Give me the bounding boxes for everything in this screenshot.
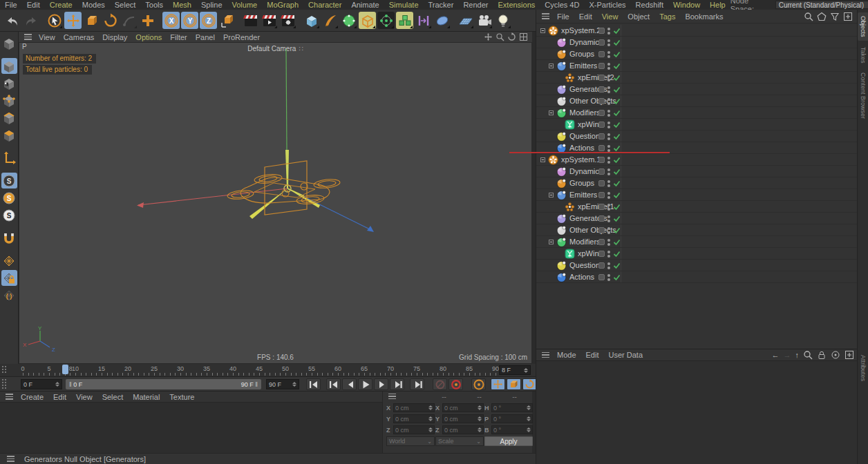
enabled-check-icon[interactable] <box>613 86 621 93</box>
enabled-check-icon[interactable] <box>613 133 621 140</box>
world-dropdown[interactable]: World⌄ <box>386 436 435 446</box>
enabled-check-icon[interactable] <box>613 192 621 199</box>
search-icon[interactable] <box>803 350 813 360</box>
render-view-button[interactable] <box>242 12 259 29</box>
material-menu-view[interactable]: View <box>71 393 97 401</box>
goto-end-button[interactable] <box>410 378 424 390</box>
menu-edit[interactable]: Edit <box>22 1 45 9</box>
enabled-check-icon[interactable] <box>613 122 621 128</box>
visibility-dots[interactable] <box>607 168 610 175</box>
coord-field-x[interactable]: 0 cm <box>442 403 484 412</box>
visibility-dots[interactable] <box>607 215 610 222</box>
object-label[interactable]: Groups <box>569 50 594 58</box>
coord-field-y[interactable]: 0 cm <box>442 414 484 423</box>
enabled-check-icon[interactable] <box>613 239 621 246</box>
enabled-check-icon[interactable] <box>613 39 621 46</box>
snap-orange-button[interactable]: S <box>1 190 17 206</box>
record-disabled-button[interactable] <box>433 378 447 390</box>
tree-row-actions[interactable]: Actions <box>536 271 858 283</box>
emitter-object-icon[interactable] <box>565 202 575 212</box>
spline-pen-button[interactable] <box>321 12 339 29</box>
viewport-menu-cameras[interactable]: Cameras <box>59 33 99 41</box>
scale-dropdown[interactable]: Scale⌄ <box>435 436 484 446</box>
panel-tab-takes[interactable]: Takes <box>858 44 868 67</box>
enabled-check-icon[interactable] <box>613 180 621 187</box>
menu-create[interactable]: Create <box>45 1 77 9</box>
layer-toggle[interactable] <box>598 28 605 34</box>
layer-toggle[interactable] <box>598 204 605 210</box>
point-mode-button[interactable] <box>1 93 17 108</box>
playhead[interactable] <box>62 365 68 374</box>
visibility-dots[interactable] <box>607 51 610 58</box>
viewport-menu-view[interactable]: View <box>35 33 59 41</box>
viewport-menu-options[interactable]: Options <box>131 33 166 41</box>
object-label[interactable]: Actions <box>569 273 594 281</box>
layer-toggle[interactable] <box>598 227 605 233</box>
visibility-dots[interactable] <box>607 133 610 140</box>
enabled-check-icon[interactable] <box>613 75 621 81</box>
folder-object-icon[interactable] <box>556 178 567 188</box>
render-picture-viewer-button[interactable] <box>261 12 278 29</box>
tree-row-xpsystem-2[interactable]: xpSystem.2 <box>536 25 858 37</box>
layer-toggle[interactable] <box>598 98 605 104</box>
folder-object-icon[interactable] <box>556 213 567 224</box>
om-menu-tags[interactable]: Tags <box>654 12 680 21</box>
expand-toggle-icon[interactable] <box>549 110 555 115</box>
folder-object-icon[interactable] <box>556 260 567 271</box>
simulate-tools-button[interactable] <box>433 12 451 29</box>
track-icon[interactable] <box>831 350 840 360</box>
menu-spline[interactable]: Spline <box>196 1 227 9</box>
tree-row-other-objects[interactable]: Other Objects <box>536 95 858 107</box>
coord-field-b[interactable]: 0 ° <box>491 425 533 434</box>
am-menu-mode[interactable]: Mode <box>552 351 581 359</box>
lock-z-axis-button[interactable]: Z <box>200 12 217 29</box>
next-key-button[interactable] <box>390 378 404 390</box>
scale-tool-button[interactable] <box>83 12 100 29</box>
enabled-check-icon[interactable] <box>613 51 621 58</box>
menu-help[interactable]: Help <box>705 1 730 9</box>
camera-button[interactable] <box>475 12 493 29</box>
menu-tracker[interactable]: Tracker <box>424 1 459 9</box>
add-primitive-button[interactable] <box>303 12 320 29</box>
viewport-menu-display[interactable]: Display <box>98 33 131 41</box>
prev-frame-button[interactable] <box>342 378 357 390</box>
visibility-dots[interactable] <box>607 63 610 70</box>
rotate-tool-button[interactable] <box>102 12 119 29</box>
om-menu-file[interactable]: File <box>552 12 574 21</box>
folder-object-icon[interactable] <box>556 190 567 200</box>
volume-builder-button[interactable] <box>340 12 357 29</box>
workplane-button[interactable] <box>1 253 17 269</box>
menu-animate[interactable]: Animate <box>346 1 384 9</box>
expand-toggle-icon[interactable] <box>549 240 555 244</box>
layer-toggle[interactable] <box>598 63 605 69</box>
visibility-dots[interactable] <box>607 39 610 46</box>
current-frame-field[interactable]: 8 F <box>499 365 531 375</box>
visibility-dots[interactable] <box>607 262 610 269</box>
visibility-dots[interactable] <box>607 75 610 81</box>
am-menu-edit[interactable]: Edit <box>581 351 604 359</box>
edge-mode-button[interactable] <box>1 110 17 126</box>
tree-row-emitters[interactable]: Emitters <box>536 60 858 72</box>
menu-simulate[interactable]: Simulate <box>384 1 424 9</box>
menu-tools[interactable]: Tools <box>140 1 168 9</box>
key-position-button[interactable] <box>491 378 505 390</box>
system-object-icon[interactable] <box>548 155 558 165</box>
orbit-view-icon[interactable] <box>507 32 516 41</box>
wind-object-icon[interactable] <box>565 119 575 130</box>
tree-row-other-objects[interactable]: Other Objects <box>536 224 858 236</box>
tree-row-modifiers[interactable]: Modifiers <box>536 236 858 248</box>
key-rotation-button[interactable] <box>522 378 537 390</box>
visibility-dots[interactable] <box>607 239 610 246</box>
menu-cycles-4d[interactable]: Cycles 4D <box>540 1 584 9</box>
enabled-check-icon[interactable] <box>613 204 621 211</box>
expand-toggle-icon[interactable] <box>549 64 555 68</box>
object-label[interactable]: Emitters <box>569 191 597 199</box>
texture-mode-button[interactable] <box>1 75 17 91</box>
layer-toggle[interactable] <box>598 251 605 257</box>
folder-object-icon[interactable] <box>556 49 567 59</box>
folder-object-icon[interactable] <box>556 84 567 95</box>
menu-character[interactable]: Character <box>303 1 346 9</box>
layer-toggle[interactable] <box>598 86 605 93</box>
record-button[interactable] <box>449 378 463 390</box>
deformers-button[interactable] <box>377 12 395 29</box>
